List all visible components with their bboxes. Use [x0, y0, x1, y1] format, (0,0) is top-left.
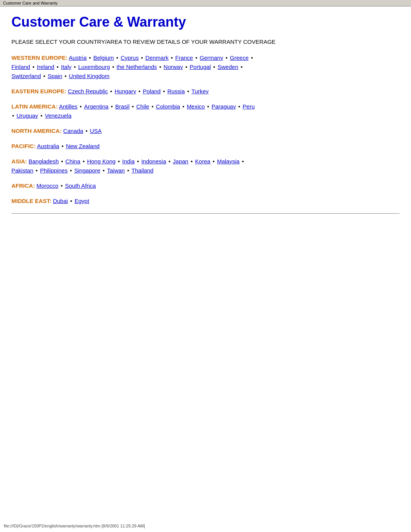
country-link-antilles[interactable]: Antilles [59, 103, 77, 110]
country-link-japan[interactable]: Japan [173, 158, 188, 165]
region-africa: AFRICA: Morocco • South Africa [11, 181, 400, 190]
region-latin-america: LATIN AMERICA: Antilles • Argentina • Br… [11, 102, 400, 120]
country-link-colombia[interactable]: Colombia [156, 103, 180, 110]
region-label-africa: AFRICA: [11, 182, 35, 189]
country-link-sweden[interactable]: Sweden [218, 64, 238, 70]
country-link-russia[interactable]: Russia [167, 88, 185, 94]
country-link-mexico[interactable]: Mexico [187, 103, 205, 110]
country-link-morocco[interactable]: Morocco [37, 182, 59, 189]
country-link-chile[interactable]: Chile [136, 103, 149, 110]
region-western-europe: WESTERN EUROPE: Austria • Belgium • Cypr… [11, 53, 400, 81]
region-asia: ASIA: Bangladesh • China • Hong Kong • I… [11, 157, 400, 175]
country-link-germany[interactable]: Germany [200, 54, 223, 61]
country-link-czech-republic[interactable]: Czech Republic [68, 88, 108, 94]
region-middle-east: MIDDLE EAST: Dubai • Egypt [11, 197, 400, 206]
country-link-new-zealand[interactable]: New Zealand [66, 143, 99, 149]
country-link-india[interactable]: India [122, 158, 135, 165]
country-link-turkey[interactable]: Turkey [191, 88, 209, 94]
country-link-venezuela[interactable]: Venezuela [45, 112, 72, 119]
region-north-america: NORTH AMERICA: Canada • USA [11, 126, 400, 136]
country-link-greece[interactable]: Greece [230, 54, 249, 61]
country-link-korea[interactable]: Korea [195, 158, 210, 165]
country-link-dubai[interactable]: Dubai [53, 198, 68, 204]
country-link-france[interactable]: France [175, 54, 193, 61]
country-link-argentina[interactable]: Argentina [84, 103, 108, 110]
country-link-indonesia[interactable]: Indonesia [141, 158, 166, 165]
country-link-belgium[interactable]: Belgium [93, 54, 114, 61]
country-link-italy[interactable]: Italy [61, 64, 72, 70]
region-label-western-europe: WESTERN EUROPE: [11, 54, 68, 61]
country-link-usa[interactable]: USA [90, 128, 102, 134]
country-link-switzerland[interactable]: Switzerland [11, 73, 41, 79]
country-link-spain[interactable]: Spain [48, 73, 62, 79]
country-link-taiwan[interactable]: Taiwan [107, 167, 125, 174]
country-link-denmark[interactable]: Denmark [145, 54, 169, 61]
country-link-australia[interactable]: Australia [37, 143, 59, 149]
country-link-uruguay[interactable]: Uruguay [16, 112, 38, 119]
region-eastern-europe: EASTERN EUROPE: Czech Republic • Hungary… [11, 87, 400, 96]
tab-bar: Customer Care and Warranty [0, 0, 411, 6]
country-link-brasil[interactable]: Brasil [115, 103, 130, 110]
region-label-north-america: NORTH AMERICA: [11, 128, 62, 134]
country-link-finland[interactable]: Finland [11, 64, 30, 70]
country-link-ireland[interactable]: Ireland [37, 64, 54, 70]
country-link-united-kingdom[interactable]: United Kingdom [69, 73, 110, 79]
country-link-poland[interactable]: Poland [143, 88, 161, 94]
country-link-netherlands[interactable]: the Netherlands [116, 64, 157, 70]
status-bar-text: file:///D|/Grace/150P2/english/warranty/… [4, 524, 145, 528]
country-link-south-africa[interactable]: South Africa [65, 182, 96, 189]
page-heading: Customer Care & Warranty [11, 14, 400, 30]
content-divider [11, 213, 400, 214]
country-link-pakistan[interactable]: Pakistan [11, 167, 33, 174]
region-label-eastern-europe: EASTERN EUROPE: [11, 88, 66, 94]
country-link-singapore[interactable]: Singapore [74, 167, 100, 174]
country-link-peru[interactable]: Peru [243, 103, 255, 110]
region-label-middle-east: MIDDLE EAST: [11, 198, 51, 204]
country-link-hungary[interactable]: Hungary [115, 88, 136, 94]
country-link-cyprus[interactable]: Cyprus [121, 54, 139, 61]
region-pacific: PACIFIC: Australia • New Zealand [11, 142, 400, 151]
country-link-china[interactable]: China [65, 158, 80, 165]
main-content: Customer Care & Warranty PLEASE SELECT Y… [0, 6, 411, 233]
region-label-latin-america: LATIN AMERICA: [11, 103, 58, 110]
region-label-asia: ASIA: [11, 158, 27, 165]
country-link-philippines[interactable]: Philippines [40, 167, 68, 174]
country-link-thailand[interactable]: Thailand [132, 167, 154, 174]
country-link-bangladesh[interactable]: Bangladesh [29, 158, 59, 165]
country-link-austria[interactable]: Austria [69, 54, 87, 61]
country-link-malaysia[interactable]: Malaysia [217, 158, 239, 165]
country-link-paraguay[interactable]: Paraguay [212, 103, 236, 110]
status-bar: file:///D|/Grace/150P2/english/warranty/… [4, 524, 145, 528]
country-link-hong-kong[interactable]: Hong Kong [87, 158, 116, 165]
page-subtitle: PLEASE SELECT YOUR COUNTRY/AREA TO REVIE… [11, 38, 400, 46]
country-link-norway[interactable]: Norway [164, 64, 183, 70]
country-link-luxembourg[interactable]: Luxembourg [78, 64, 110, 70]
country-link-canada[interactable]: Canada [63, 128, 83, 134]
country-link-portugal[interactable]: Portugal [190, 64, 211, 70]
country-link-egypt[interactable]: Egypt [75, 198, 89, 204]
region-label-pacific: PACIFIC: [11, 143, 36, 149]
tab-title: Customer Care and Warranty [3, 1, 57, 5]
